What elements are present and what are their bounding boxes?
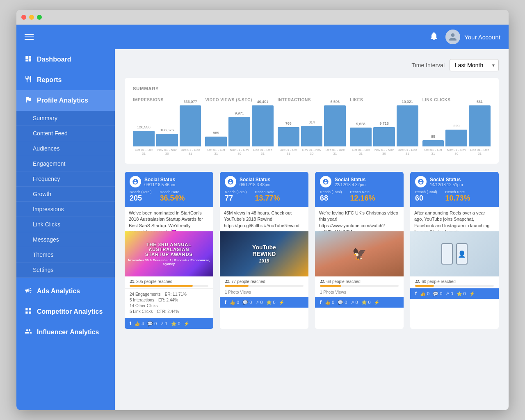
rate-label: Reach Rate [160,190,185,194]
er1-label: ER: 11.71% [165,292,187,297]
likes-count: 👍 0 [230,300,239,305]
sidebar-sub-frequency[interactable]: Frequency [16,171,115,187]
topbar: Your Account [16,25,509,49]
sidebar-item-dashboard[interactable]: Dashboard [16,49,115,70]
meta-row: 24 Engagements ER: 11.71% [130,292,208,297]
reach-label: Reach (Total) [225,190,247,194]
sidebar-sub-growth[interactable]: Growth [16,187,115,202]
bar-date: Dec 01 - Dec 31 [180,148,201,155]
post-reach-stat: Reach (Total) 60 [415,190,437,203]
bar-chart: 9899,97140,401 [205,105,273,146]
post-avatar [225,176,236,187]
reach-people-label: 77 people reached [225,279,304,284]
sidebar-sub-impressions[interactable]: Impressions [16,202,115,217]
sidebar-item-reports-label: Reports [37,76,62,84]
sidebar-item-dashboard-label: Dashboard [37,56,71,63]
likes-count: 👍 0 [325,300,334,305]
link-clicks-label: 5 Link Clicks [130,309,153,314]
comments-count: 💬 0 [338,300,347,305]
boost-icon: ⚡ [374,300,380,305]
post-date: 08/12/18 3:48pm [240,183,270,187]
bar-value: 126,553 [137,125,151,129]
bar: 6,596 [324,105,346,146]
hamburger-menu[interactable] [25,34,34,40]
meta-row: 14 Other Clicks [130,304,208,308]
post-card: Social Status09/11/18 5:46pm Reach (Tota… [125,172,213,329]
reach-label: Reach (Total) [415,190,437,194]
bar-date: Nov 01 - Nov 30 [373,148,395,155]
maximize-button[interactable] [37,15,42,20]
shares-count: ↗ 0 [350,300,358,305]
sidebar-item-competitor-analytics[interactable]: Competitor Analytics [16,301,115,322]
sidebar-item-influencer-analytics[interactable]: Influencer Analytics [16,322,115,342]
rate-value: 36.54% [160,194,185,203]
reports-icon [25,75,32,84]
sidebar-sub-messages[interactable]: Messages [16,232,115,247]
reach-people-label: 60 people reached [415,279,494,284]
sidebar: Dashboard Reports [16,49,115,410]
sidebar-sub-settings[interactable]: Settings [16,262,115,278]
post-brand-info: Social Status09/11/18 5:46pm [144,177,175,187]
rate-label: Reach Rate [350,190,375,194]
post-card: Social Status14/12/18 12:51pm Reach (Tot… [410,172,499,329]
sidebar-item-ads-analytics[interactable]: Ads Analytics [16,281,115,301]
post-date: 22/12/18 4:32pm [335,183,365,187]
grid-icon [25,307,32,316]
sidebar-sub-themes[interactable]: Themes [16,247,115,262]
reach-bar-fill [415,285,434,287]
bar: 40,401 [252,105,274,146]
post-footer: f 👍 4 💬 0 ↗ 1 ⭐ 0 ⚡ [125,318,213,329]
post-body-text: 45M views in 48 hours. Check out YouTube… [220,207,308,231]
facebook-icon: f [130,321,131,326]
titlebar [16,10,509,25]
avatar [445,30,460,44]
posts-grid: Social Status09/11/18 5:46pm Reach (Tota… [125,172,499,329]
reach-value: 77 [225,194,247,203]
bar: 768 [278,127,299,146]
shares-count: ↗ 0 [255,300,262,305]
post-views: 1 Photo Views [315,288,404,297]
flag-icon [25,96,32,105]
sidebar-sub-content-feed[interactable]: Content Feed [16,126,115,141]
star-count: ⭐ 0 [361,300,371,305]
account-area[interactable]: Your Account [445,30,500,44]
sidebar-sub-engagement[interactable]: Engagement [16,156,115,171]
minimize-button[interactable] [29,15,34,20]
post-image: THE 3RD ANNUALAUSTRALASIANSTARTUP AWARDS… [125,231,213,276]
star-count: ⭐ 0 [457,291,466,297]
sidebar-sub-summary[interactable]: Summary [16,111,115,126]
engagements-label: 24 Engagements [130,292,161,297]
bar-value: 9,628 [356,122,365,126]
reach-people-label: 205 people reached [130,279,208,284]
post-brand-info: Social Status22/12/18 4:32pm [335,177,365,187]
facebook-icon: f [320,299,322,305]
bar: 989 [205,137,227,146]
bar-value: 229 [453,124,459,128]
post-reach-stat: Reach (Total) 77 [225,190,247,203]
post-header-top: Social Status22/12/18 4:32pm [320,176,399,187]
facebook-icon: f [415,291,417,297]
star-count: ⭐ 0 [266,300,276,305]
sidebar-item-reports[interactable]: Reports [16,70,115,90]
post-stats-row: Reach (Total) 205 Reach Rate 36.54% [130,190,208,203]
sidebar-sub-audiences[interactable]: Audiences [16,141,115,156]
boost-icon: ⚡ [279,300,285,305]
bar-dates: Oct 01 - Oct 31Nov 01 - Nov 30Dec 01 - D… [133,148,201,155]
post-card: Social Status22/12/18 4:32pm Reach (Tota… [315,172,404,329]
comments-count: 💬 0 [147,321,157,326]
close-button[interactable] [21,15,26,20]
post-header-top: Social Status14/12/18 12:51pm [415,176,494,187]
other-clicks-label: 14 Other Clicks [130,304,158,308]
sidebar-sub-link-clicks[interactable]: Link Clicks [16,217,115,232]
reach-bar-bg [225,285,304,287]
sidebar-item-profile-analytics[interactable]: Profile Analytics [16,90,115,111]
bar-date: Nov 01 - Nov 30 [228,148,250,155]
post-meta: 24 Engagements ER: 11.71% 5 Interactions… [125,288,213,318]
post-image: 🦅 [315,231,404,276]
bar-value: 768 [285,121,292,126]
alarm-icon[interactable] [429,31,439,43]
post-brand: Social Status [335,177,365,183]
time-interval-select[interactable]: Last Month Last Week Last Quarter Last Y… [450,59,499,71]
bar-date: Dec 01 - Dec 31 [252,148,274,155]
reach-value: 60 [415,194,437,203]
